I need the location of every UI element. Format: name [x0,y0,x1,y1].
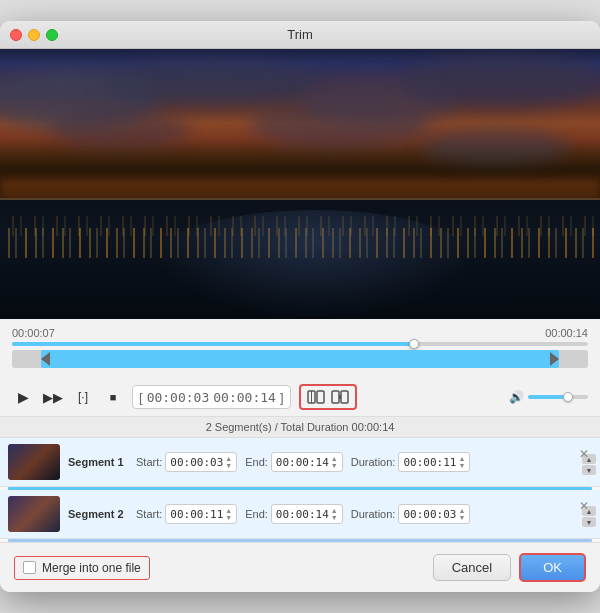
window-controls [10,29,58,41]
volume-icon: 🔊 [509,390,524,404]
segment-1-end-down[interactable]: ▼ [331,462,338,469]
progress-track[interactable] [12,342,588,346]
merge-icon [331,389,349,405]
segment-1-duration-field: Duration: 00:00:11 ▲ ▼ [351,452,471,472]
play-icon: ▶ [18,389,29,405]
segment-1-start-input[interactable]: 00:00:03 ▲ ▼ [165,452,237,472]
volume-slider[interactable] [528,395,588,399]
segment-1-start-up[interactable]: ▲ [225,455,232,462]
loop-button[interactable]: [·] [72,386,94,408]
segment-2-end-value: 00:00:14 [276,508,329,521]
split-icon [307,389,325,405]
segment-2-end-down[interactable]: ▼ [331,514,338,521]
segment-1-info: Segment 1 Start: 00:00:03 ▲ ▼ End: 00:00… [68,452,592,472]
segment-1-duration-up[interactable]: ▲ [458,455,465,462]
volume-section: 🔊 [509,390,588,404]
ok-button[interactable]: OK [519,553,586,582]
segment-1-end-input[interactable]: 00:00:14 ▲ ▼ [271,452,343,472]
segment-2-start-input[interactable]: 00:00:11 ▲ ▼ [165,504,237,524]
segment-1-end-label: End: [245,456,268,468]
bracket-open: [ [139,390,143,405]
segment-2-duration-up[interactable]: ▲ [458,507,465,514]
segment-2-end-field: End: 00:00:14 ▲ ▼ [245,504,343,524]
trim-fill [41,350,559,368]
segment-2-duration-field: Duration: 00:00:03 ▲ ▼ [351,504,471,524]
svg-rect-3 [332,391,339,403]
time-start-label: 00:00:07 [12,327,55,339]
segment-1-duration-value: 00:00:11 [403,456,456,469]
segment-2-duration-down[interactable]: ▼ [458,514,465,521]
segment-2-thumbnail [8,496,60,532]
close-button[interactable] [10,29,22,41]
segment-2-end-input[interactable]: 00:00:14 ▲ ▼ [271,504,343,524]
segment-1-start-field: Start: 00:00:03 ▲ ▼ [136,452,237,472]
svg-rect-1 [317,391,324,403]
stop-icon: ■ [110,391,117,403]
segment-1-close-button[interactable]: ✕ [576,446,592,462]
bottom-bar: Merge into one file Cancel OK [0,542,600,592]
segment-2-info: Segment 2 Start: 00:00:11 ▲ ▼ End: 00:00… [68,504,592,524]
split-tools [299,384,357,410]
segment-2-duration-label: Duration: [351,508,396,520]
trim-range-input[interactable]: [ 00:00:03 00:00:14 ] [132,385,291,409]
trim-window: Trim 00 [0,21,600,592]
segment-1-start-label: Start: [136,456,162,468]
progress-fill [12,342,415,346]
segment-2-end-up[interactable]: ▲ [331,507,338,514]
segment-1-end-value: 00:00:14 [276,456,329,469]
loop-icon: [·] [78,390,88,404]
play-button[interactable]: ▶ [12,386,34,408]
window-title: Trim [287,27,313,42]
segment-1-duration-down[interactable]: ▼ [458,462,465,469]
segment-1-end-up[interactable]: ▲ [331,455,338,462]
time-end-label: 00:00:14 [545,327,588,339]
segment-1-label: Segment 1 [68,456,128,468]
segment-2-scroll-down[interactable]: ▼ [582,517,596,527]
time-labels: 00:00:07 00:00:14 [12,327,588,339]
table-row: Segment 1 Start: 00:00:03 ▲ ▼ End: 00:00… [0,438,600,487]
segment-1-duration-label: Duration: [351,456,396,468]
merge-checkbox-wrapper: Merge into one file [14,556,150,580]
progress-thumb[interactable] [409,339,419,349]
video-preview[interactable] [0,49,600,319]
segment-1-start-value: 00:00:03 [170,456,223,469]
minimize-button[interactable] [28,29,40,41]
segment-2-start-label: Start: [136,508,162,520]
segment-2-start-up[interactable]: ▲ [225,507,232,514]
segment-2-start-down[interactable]: ▼ [225,514,232,521]
segment-2-label: Segment 2 [68,508,128,520]
maximize-button[interactable] [46,29,58,41]
segment-2-duration-input[interactable]: 00:00:03 ▲ ▼ [398,504,470,524]
fast-forward-button[interactable]: ▶▶ [42,386,64,408]
trim-handle-right[interactable] [550,352,559,366]
trim-track[interactable] [12,350,588,368]
controls-row: ▶ ▶▶ [·] ■ [ 00:00:03 00:00:14 ] [0,380,600,416]
merge-tool-button[interactable] [329,388,351,406]
segment-2-end-label: End: [245,508,268,520]
merge-label[interactable]: Merge into one file [42,561,141,575]
segments-info: 2 Segment(s) / Total Duration 00:00:14 [0,416,600,437]
segment-2-close-button[interactable]: ✕ [576,498,592,514]
segment-2-start-field: Start: 00:00:11 ▲ ▼ [136,504,237,524]
segments-count-label: 2 Segment(s) / Total Duration 00:00:14 [206,421,395,433]
titlebar: Trim [0,21,600,49]
svg-rect-4 [341,391,348,403]
segment-1-end-field: End: 00:00:14 ▲ ▼ [245,452,343,472]
timeline: 00:00:07 00:00:14 [0,319,600,380]
volume-thumb[interactable] [563,392,573,402]
segment-1-scroll-down[interactable]: ▼ [582,465,596,475]
segment-1-start-down[interactable]: ▼ [225,462,232,469]
trim-handle-left[interactable] [41,352,50,366]
segment-2-duration-value: 00:00:03 [403,508,456,521]
segments-list: Segment 1 Start: 00:00:03 ▲ ▼ End: 00:00… [0,437,600,542]
fast-forward-icon: ▶▶ [43,390,63,405]
bracket-close: ] [280,390,284,405]
trim-end-value: 00:00:14 [213,390,276,405]
table-row: Segment 2 Start: 00:00:11 ▲ ▼ End: 00:00… [0,490,600,539]
segment-1-duration-input[interactable]: 00:00:11 ▲ ▼ [398,452,470,472]
merge-checkbox[interactable] [23,561,36,574]
stop-button[interactable]: ■ [102,386,124,408]
cancel-button[interactable]: Cancel [433,554,511,581]
trim-start-value: 00:00:03 [147,390,210,405]
split-button[interactable] [305,388,327,406]
